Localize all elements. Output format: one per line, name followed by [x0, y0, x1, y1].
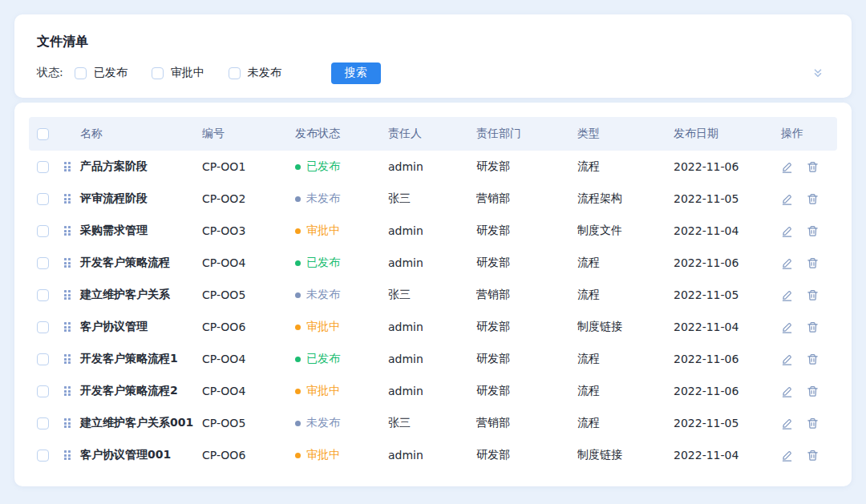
status-dot-icon — [295, 325, 301, 330]
row-checkbox[interactable] — [37, 321, 49, 333]
row-checkbox[interactable] — [37, 225, 49, 237]
delete-button[interactable] — [807, 289, 819, 301]
doc-name: 客户协议管理001 — [79, 448, 200, 462]
status-dot-icon — [295, 389, 301, 394]
trash-icon — [807, 289, 819, 301]
table-row: 建立维护客户关系 CP-OO5 未发布 张三 营销部 流程 2022-11-05 — [29, 279, 837, 311]
published-checkbox[interactable] — [75, 67, 87, 79]
delete-button[interactable] — [807, 385, 819, 397]
drag-handle-icon[interactable] — [64, 386, 71, 396]
doc-type: 流程 — [576, 416, 672, 430]
doc-department: 研发部 — [475, 384, 576, 398]
doc-name: 开发客户策略流程2 — [79, 384, 200, 398]
pencil-icon — [781, 257, 793, 269]
row-checkbox[interactable] — [37, 385, 49, 397]
doc-department: 营销部 — [475, 192, 576, 206]
delete-button[interactable] — [807, 225, 819, 237]
table-header: 名称 编号 发布状态 责任人 责任部门 类型 发布日期 操作 — [29, 117, 837, 151]
edit-button[interactable] — [781, 161, 793, 173]
edit-button[interactable] — [781, 450, 793, 462]
collapse-filter-button[interactable] — [811, 67, 824, 79]
select-all-checkbox[interactable] — [37, 128, 49, 140]
row-actions — [781, 321, 836, 333]
doc-code: CP-OO1 — [200, 160, 293, 173]
row-checkbox[interactable] — [37, 417, 49, 429]
drag-handle-icon[interactable] — [64, 354, 71, 364]
doc-department: 研发部 — [475, 352, 576, 366]
doc-department: 营销部 — [475, 288, 576, 302]
delete-button[interactable] — [807, 353, 819, 365]
table-row: 开发客户策略流程1 CP-OO4 已发布 admin 研发部 流程 2022-1… — [29, 343, 837, 375]
delete-button[interactable] — [807, 193, 819, 205]
drag-handle-icon[interactable] — [64, 162, 71, 171]
drag-handle-icon[interactable] — [64, 450, 71, 460]
status-text: 审批中 — [306, 384, 340, 398]
status-option-unpublished[interactable]: 未发布 — [229, 66, 281, 80]
pencil-icon — [781, 289, 793, 301]
status-option-published[interactable]: 已发布 — [75, 66, 127, 80]
edit-button[interactable] — [781, 289, 793, 301]
edit-button[interactable] — [781, 225, 793, 237]
status-badge: 审批中 — [295, 384, 385, 398]
row-checkbox[interactable] — [37, 450, 49, 462]
trash-icon — [807, 257, 819, 269]
row-checkbox[interactable] — [37, 353, 49, 365]
drag-handle-icon[interactable] — [64, 290, 71, 300]
status-text: 审批中 — [306, 320, 340, 334]
doc-department: 研发部 — [475, 448, 576, 462]
trash-icon — [807, 193, 819, 205]
doc-department: 研发部 — [475, 159, 576, 174]
edit-button[interactable] — [781, 193, 793, 205]
table-row: 采购需求管理 CP-OO3 审批中 admin 研发部 制度文件 2022-11… — [29, 215, 837, 247]
edit-button[interactable] — [781, 385, 793, 397]
doc-code: CP-OO6 — [200, 449, 293, 462]
delete-button[interactable] — [807, 161, 819, 173]
doc-name: 建立维护客户关系 — [79, 288, 200, 302]
edit-button[interactable] — [781, 257, 793, 269]
trash-icon — [807, 417, 819, 429]
trash-icon — [807, 353, 819, 365]
double-chevron-down-icon — [811, 67, 824, 79]
status-option-reviewing[interactable]: 审批中 — [152, 66, 204, 80]
reviewing-checkbox[interactable] — [152, 67, 164, 79]
doc-owner: admin — [386, 353, 475, 365]
edit-button[interactable] — [781, 417, 793, 429]
doc-name: 开发客户策略流程1 — [79, 352, 200, 366]
doc-department: 研发部 — [475, 224, 576, 238]
status-text: 已发布 — [306, 159, 340, 174]
table-row: 开发客户策略流程 CP-OO4 已发布 admin 研发部 流程 2022-11… — [29, 247, 837, 279]
doc-code: CP-OO3 — [200, 224, 293, 237]
edit-button[interactable] — [781, 321, 793, 333]
delete-button[interactable] — [807, 417, 819, 429]
delete-button[interactable] — [807, 257, 819, 269]
doc-date: 2022-11-05 — [672, 417, 779, 429]
table-body: 产品方案阶段 CP-OO1 已发布 admin 研发部 流程 2022-11-0… — [29, 151, 837, 471]
unpublished-checkbox[interactable] — [229, 67, 241, 79]
doc-name: 产品方案阶段 — [79, 159, 200, 174]
drag-handle-icon[interactable] — [64, 418, 71, 428]
drag-handle-icon[interactable] — [64, 226, 71, 236]
row-checkbox[interactable] — [37, 289, 49, 301]
row-checkbox[interactable] — [37, 193, 49, 205]
unpublished-checkbox-label: 未发布 — [248, 66, 281, 80]
status-text: 审批中 — [306, 448, 340, 462]
edit-button[interactable] — [781, 353, 793, 365]
drag-handle-icon[interactable] — [64, 194, 71, 204]
delete-button[interactable] — [807, 450, 819, 462]
filter-panel: 文件清单 状态: 已发布 审批中 未发布 搜索 — [14, 14, 852, 98]
page-title: 文件清单 — [37, 34, 829, 50]
table-row: 建立维护客户关系001 CP-OO5 未发布 张三 营销部 流程 2022-11… — [29, 407, 837, 439]
doc-type: 流程 — [576, 352, 672, 366]
drag-handle-icon[interactable] — [64, 322, 71, 332]
pencil-icon — [781, 161, 793, 173]
doc-owner: admin — [386, 224, 475, 237]
row-actions — [781, 417, 836, 429]
pencil-icon — [781, 353, 793, 365]
status-text: 已发布 — [306, 256, 340, 270]
row-checkbox[interactable] — [37, 161, 49, 173]
row-checkbox[interactable] — [37, 257, 49, 269]
search-button[interactable]: 搜索 — [331, 62, 381, 84]
drag-handle-icon[interactable] — [64, 258, 71, 268]
delete-button[interactable] — [807, 321, 819, 333]
status-badge: 审批中 — [295, 448, 385, 462]
